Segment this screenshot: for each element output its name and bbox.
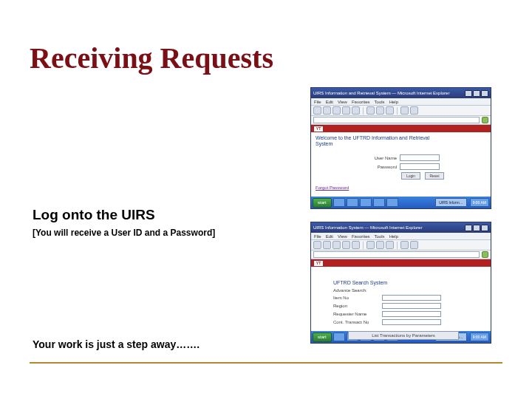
slide-subtitle: Log onto the UIRS <box>33 207 155 223</box>
menu-favorites[interactable]: Favorites <box>352 234 370 239</box>
address-input[interactable] <box>313 117 480 123</box>
menu-file[interactable]: File <box>314 234 321 239</box>
search-icon[interactable] <box>366 241 375 249</box>
login-button[interactable]: Login <box>401 172 420 180</box>
list-transactions-button[interactable]: List Transactions by Parameters <box>348 331 459 340</box>
taskbar-item[interactable] <box>386 198 398 207</box>
print-icon[interactable] <box>410 106 418 115</box>
screenshot-login-window: UIRS Information and Retrieval System — … <box>310 87 491 209</box>
screenshot-search-window: UIRS Information System — Microsoft Inte… <box>310 222 491 344</box>
taskbar: start UIRS Inform… 9:00 AM <box>311 197 491 208</box>
start-label: start <box>318 335 327 339</box>
page-content: Welcome to the UFTRD Information and Ret… <box>311 132 491 197</box>
favorites-icon[interactable] <box>376 106 384 115</box>
start-button[interactable]: start <box>313 332 332 342</box>
start-label: start <box>318 200 327 205</box>
minimize-icon[interactable] <box>465 225 472 231</box>
favorites-icon[interactable] <box>376 241 384 249</box>
menu-edit[interactable]: Edit <box>326 100 333 104</box>
mail-icon[interactable] <box>400 241 409 249</box>
toolbar-separator <box>397 242 398 249</box>
print-icon[interactable] <box>410 241 418 249</box>
start-button[interactable]: start <box>313 198 332 208</box>
window-control-buttons <box>465 90 488 97</box>
password-input[interactable] <box>400 163 440 170</box>
minimize-icon[interactable] <box>465 90 472 97</box>
menu-favorites[interactable]: Favorites <box>352 100 370 104</box>
slide-title: Receiving Requests <box>30 41 273 75</box>
refresh-icon[interactable] <box>342 241 350 249</box>
close-icon[interactable] <box>481 225 488 231</box>
reset-button[interactable]: Reset <box>425 172 444 180</box>
menu-view[interactable]: View <box>338 234 347 239</box>
forward-icon[interactable] <box>323 241 331 249</box>
slide: Receiving Requests Log onto the UIRS [Yo… <box>0 0 532 399</box>
password-label: Password <box>369 165 397 169</box>
welcome-heading: Welcome to the UFTRD Information and Ret… <box>316 135 429 148</box>
system-tray[interactable]: 9:00 AM <box>470 198 489 207</box>
mail-icon[interactable] <box>400 106 409 115</box>
username-label: User Name <box>369 156 397 160</box>
taskbar-active-window[interactable]: UIRS Inform… <box>435 198 467 207</box>
history-icon[interactable] <box>386 241 394 249</box>
search-heading: UFTRD Search System <box>333 280 459 285</box>
field-label-requester: Requester Name <box>333 312 379 316</box>
window-titlebar: UIRS Information System — Microsoft Inte… <box>311 222 491 233</box>
welcome-line2: System <box>316 141 332 146</box>
field-input-requester[interactable] <box>382 311 441 317</box>
search-instruction: Advance Search: <box>333 288 459 293</box>
close-icon[interactable] <box>481 90 488 97</box>
go-icon[interactable] <box>482 251 488 258</box>
history-icon[interactable] <box>386 106 394 115</box>
taskbar-item[interactable] <box>373 198 385 207</box>
field-label-contno: Cont. Transact No <box>333 320 379 324</box>
home-icon[interactable] <box>352 241 360 249</box>
stop-icon[interactable] <box>332 106 341 115</box>
site-logo: YT <box>314 126 323 132</box>
window-control-buttons <box>465 225 488 231</box>
address-bar <box>311 116 491 125</box>
field-label-item: Item No <box>333 296 379 300</box>
system-tray[interactable]: 9:00 AM <box>470 332 489 341</box>
window-menubar: File Edit View Favorites Tools Help <box>311 98 491 106</box>
maximize-icon[interactable] <box>473 225 480 231</box>
back-icon[interactable] <box>313 106 321 115</box>
page-content: UFTRD Search System Advance Search: Item… <box>311 267 491 331</box>
toolbar-separator <box>397 107 398 115</box>
username-input[interactable] <box>400 154 440 161</box>
site-logo: YT <box>314 261 323 266</box>
menu-help[interactable]: Help <box>389 234 398 239</box>
taskbar-item[interactable] <box>333 198 345 207</box>
slide-note: [You will receive a User ID and a Passwo… <box>33 228 215 238</box>
site-header-band: YT <box>311 259 491 267</box>
forward-icon[interactable] <box>323 106 331 115</box>
taskbar-item[interactable] <box>360 198 372 207</box>
address-bar <box>311 250 491 259</box>
field-input-region[interactable] <box>382 303 441 309</box>
menu-edit[interactable]: Edit <box>326 234 333 239</box>
refresh-icon[interactable] <box>342 106 350 115</box>
menu-view[interactable]: View <box>338 100 347 104</box>
welcome-line1: Welcome to the UFTRD Information and Ret… <box>316 135 429 140</box>
menu-file[interactable]: File <box>314 100 321 104</box>
back-icon[interactable] <box>313 241 321 249</box>
home-icon[interactable] <box>352 106 360 115</box>
site-header-band: YT <box>311 125 491 132</box>
divider-rule <box>30 362 502 364</box>
maximize-icon[interactable] <box>473 90 480 97</box>
window-menubar: File Edit View Favorites Tools Help <box>311 233 491 240</box>
menu-help[interactable]: Help <box>389 100 398 104</box>
login-form: User Name Password Login Reset <box>369 154 444 182</box>
forgot-password-link[interactable]: Forgot Password <box>316 185 349 190</box>
search-icon[interactable] <box>366 106 375 115</box>
menu-tools[interactable]: Tools <box>375 100 385 104</box>
field-input-item[interactable] <box>382 295 441 301</box>
field-input-contno[interactable] <box>382 319 441 325</box>
address-input[interactable] <box>313 251 480 258</box>
menu-tools[interactable]: Tools <box>375 234 385 239</box>
stop-icon[interactable] <box>332 241 341 249</box>
taskbar-item[interactable] <box>347 198 358 207</box>
window-toolbar <box>311 106 491 116</box>
window-title-text: UIRS Information and Retrieval System — … <box>313 91 449 95</box>
go-icon[interactable] <box>482 117 488 123</box>
